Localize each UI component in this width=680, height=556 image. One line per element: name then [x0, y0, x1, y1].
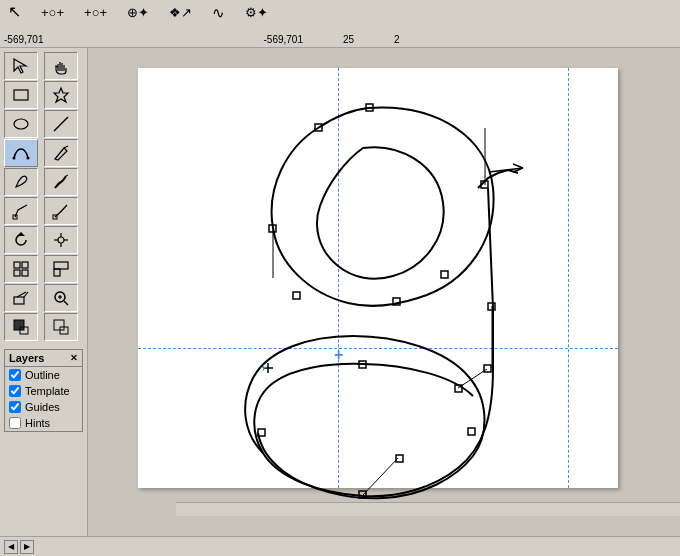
svg-marker-2: [54, 88, 68, 102]
layer-hints-checkbox[interactable]: [9, 417, 21, 429]
svg-point-5: [13, 157, 16, 160]
crosshair3-tool-top[interactable]: ⊕✦: [127, 6, 149, 19]
layer-item-guides[interactable]: Guides: [5, 399, 82, 415]
layer-outline-checkbox[interactable]: [9, 369, 21, 381]
layer-template-checkbox[interactable]: [9, 385, 21, 397]
tool-zoom[interactable]: [44, 284, 78, 312]
guide-cross: +: [334, 346, 343, 364]
canvas-page: +: [138, 68, 618, 488]
scrollbar-horizontal[interactable]: [176, 502, 680, 516]
tool-pen[interactable]: [44, 139, 78, 167]
cursor-tool-top[interactable]: ↖: [8, 4, 21, 20]
gear-tool-top[interactable]: ⚙✦: [245, 6, 268, 19]
tool-measure[interactable]: [44, 255, 78, 283]
svg-text:+: +: [260, 361, 267, 375]
letter-g-svg: +: [198, 78, 538, 536]
tool-ellipse[interactable]: [4, 110, 38, 138]
layer-guides-label: Guides: [25, 401, 60, 413]
layers-title-bar: Layers ✕: [5, 350, 82, 367]
crosshair2-tool-top[interactable]: +○+: [84, 6, 107, 19]
svg-point-12: [58, 237, 64, 243]
tool-rect[interactable]: [4, 81, 38, 109]
svg-rect-18: [22, 262, 28, 268]
svg-point-3: [14, 119, 28, 129]
wave-tool-top[interactable]: ∿: [212, 5, 225, 20]
svg-point-6: [27, 157, 30, 160]
svg-rect-20: [22, 270, 28, 276]
tool-node2[interactable]: [44, 197, 78, 225]
layer-hints-label: Hints: [25, 417, 50, 429]
tool-hand[interactable]: [44, 52, 78, 80]
svg-marker-11: [17, 232, 25, 236]
scroll-left-button[interactable]: ◀: [4, 540, 18, 554]
guide-vertical-right: [568, 68, 569, 488]
layers-panel: Layers ✕ Outline Template Guides Hints: [4, 349, 83, 432]
layer-item-outline[interactable]: Outline: [5, 367, 82, 383]
status-bar: ◀ ▶: [0, 536, 680, 556]
coord-n1: 25: [343, 34, 354, 45]
layer-item-hints[interactable]: Hints: [5, 415, 82, 431]
tool-pencil[interactable]: [4, 168, 38, 196]
layer-template-label: Template: [25, 385, 70, 397]
coord-x2: -569,701: [263, 34, 302, 45]
svg-rect-22: [54, 269, 60, 276]
coord-display: -569,701 -569,701 25 2: [0, 34, 400, 45]
coord-x1: -569,701: [4, 34, 43, 45]
toolbox: Layers ✕ Outline Template Guides Hints: [0, 48, 88, 536]
layers-title: Layers: [9, 352, 44, 364]
svg-line-52: [513, 164, 523, 168]
crosshair3-icon: ⊕✦: [127, 6, 149, 19]
node-tool-top[interactable]: ❖↗: [169, 6, 192, 19]
layer-guides-checkbox[interactable]: [9, 401, 21, 413]
tool-cursor[interactable]: [4, 52, 38, 80]
svg-rect-1: [14, 90, 28, 100]
svg-marker-0: [14, 59, 26, 73]
svg-line-8: [66, 175, 68, 176]
tool-rotate[interactable]: [4, 226, 38, 254]
layer-outline-label: Outline: [25, 369, 60, 381]
node-icon: ❖↗: [169, 6, 192, 19]
scroll-controls: ◀ ▶: [4, 540, 34, 554]
wave-icon: ∿: [212, 5, 225, 20]
main-area: Layers ✕ Outline Template Guides Hints: [0, 48, 680, 536]
tool-node1[interactable]: [4, 197, 38, 225]
svg-rect-17: [14, 262, 20, 268]
crosshair-tool-top[interactable]: +○+: [41, 6, 64, 19]
crosshair2-icon: +○+: [84, 6, 107, 19]
tool-line[interactable]: [44, 110, 78, 138]
svg-rect-38: [293, 292, 300, 299]
tool-transform[interactable]: [44, 226, 78, 254]
top-toolbar: ↖ +○+ +○+ ⊕✦ ❖↗ ∿ ⚙✦ -569,701 -569,701 2…: [0, 0, 680, 48]
layers-close-button[interactable]: ✕: [70, 353, 78, 363]
canvas-area[interactable]: + + wsxdn.com: [88, 48, 680, 536]
svg-rect-23: [14, 297, 24, 304]
tool-eraser[interactable]: [4, 284, 38, 312]
layer-item-template[interactable]: Template: [5, 383, 82, 399]
svg-line-4: [54, 117, 68, 131]
svg-rect-54: [484, 365, 491, 372]
tool-dropper[interactable]: [44, 313, 78, 341]
toolbar-row: ↖ +○+ +○+ ⊕✦ ❖↗ ∿ ⚙✦: [4, 2, 676, 22]
tool-bezier[interactable]: [4, 139, 38, 167]
svg-rect-58: [441, 271, 448, 278]
tools-grid: [4, 52, 83, 341]
svg-rect-32: [54, 320, 64, 330]
cursor-icon: ↖: [8, 4, 21, 20]
crosshair-icon: +○+: [41, 6, 64, 19]
svg-rect-19: [14, 270, 20, 276]
tool-calligraphy[interactable]: [44, 168, 78, 196]
scroll-right-button[interactable]: ▶: [20, 540, 34, 554]
svg-rect-47: [468, 428, 475, 435]
tool-grid[interactable]: [4, 255, 38, 283]
svg-line-27: [64, 301, 68, 305]
svg-line-48: [363, 458, 398, 495]
tool-star[interactable]: [44, 81, 78, 109]
coord-n2: 2: [394, 34, 400, 45]
svg-rect-30: [14, 320, 24, 330]
gear-icon: ⚙✦: [245, 6, 268, 19]
svg-rect-21: [54, 262, 68, 269]
svg-line-7: [64, 146, 68, 148]
tool-fill[interactable]: [4, 313, 38, 341]
